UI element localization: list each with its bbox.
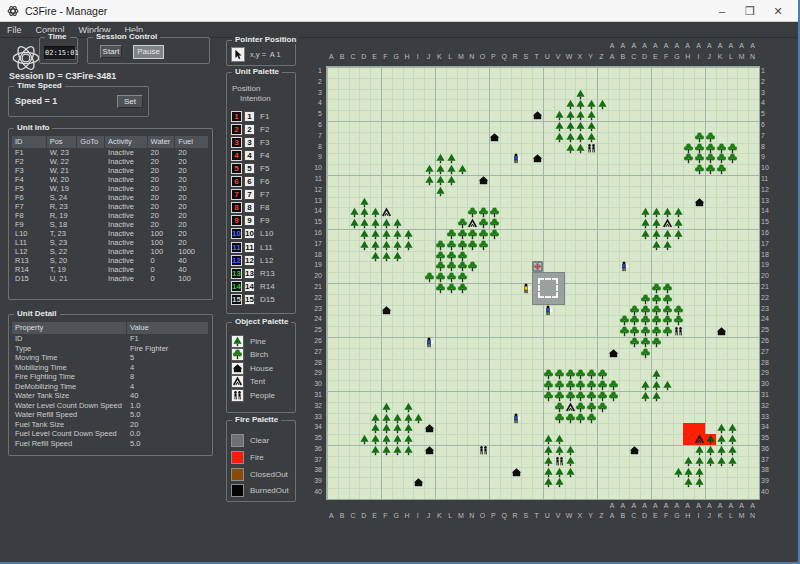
unit-position-swatch[interactable]: 7 [231,189,242,200]
table-row[interactable]: F8R, 19Inactive2020 [12,211,209,220]
table-row[interactable]: F7R, 23Inactive2020 [12,202,209,211]
birch-icon [694,153,705,164]
pine-icon [543,434,554,445]
unit-intention-swatch[interactable]: 14 [244,281,255,292]
unit-intention-swatch[interactable]: 12 [244,255,255,266]
unit-position-swatch[interactable]: 11 [231,242,242,253]
pine-icon [370,240,381,251]
set-button[interactable]: Set [117,95,143,108]
pause-button[interactable]: Pause [133,45,164,59]
unit-intention-swatch[interactable]: 1 [244,111,255,122]
table-row[interactable]: L12S, 22Inactive1001000 [12,247,209,256]
pine-icon [446,153,457,164]
unit-palette-row-f6[interactable]: 66F6 [231,176,269,188]
unit-palette-row-f3[interactable]: 33F3 [231,136,269,148]
unit-intention-swatch[interactable]: 4 [244,150,255,161]
birch-icon [457,261,468,272]
unit-position-swatch[interactable]: 5 [231,163,242,174]
table-row[interactable]: L10T, 23Inactive10020 [12,229,209,238]
object-palette-item-tent[interactable]: Tent [231,375,265,388]
unit-position-swatch[interactable]: 13 [231,268,242,279]
table-row[interactable]: F4W, 20Inactive2020 [12,175,209,184]
menu-item-file[interactable]: File [0,25,29,35]
unit-palette-row-r13[interactable]: 1313R13 [231,267,275,279]
unit-position-swatch[interactable]: 12 [231,255,242,266]
unit-intention-swatch[interactable]: 5 [244,163,255,174]
table-row[interactable]: F9S, 18Inactive2020 [12,220,209,229]
unit-palette-row-l11[interactable]: 1111L11 [231,241,273,253]
table-row[interactable]: F5W, 19Inactive2020 [12,184,209,193]
object-palette-item-birch[interactable]: Birch [231,348,268,361]
unit-palette-row-d15[interactable]: 1515D15 [231,293,275,305]
fire-palette-item-clear[interactable]: Clear [231,434,269,447]
birch-icon [705,153,716,164]
unit-palette-row-f1[interactable]: 11F1 [231,110,269,122]
unit-palette-row-f4[interactable]: 44F4 [231,149,269,161]
table-row[interactable]: F2W, 22Inactive2020 [12,157,209,166]
start-button[interactable]: Start [100,45,122,58]
table-row[interactable]: L11S, 23Inactive10020 [12,238,209,247]
fire-palette-item-closedout[interactable]: ClosedOut [231,468,288,481]
birch-icon [597,402,608,413]
table-row[interactable]: F3W, 21Inactive2020 [12,166,209,175]
table-row[interactable]: F6S, 24Inactive2020 [12,193,209,202]
unit-intention-swatch[interactable]: 8 [244,202,255,213]
cell: F8 [12,211,47,220]
unit-position-swatch[interactable]: 15 [231,294,242,305]
unit-intention-swatch[interactable]: 2 [244,124,255,135]
unit-palette-row-f9[interactable]: 99F9 [231,215,269,227]
object-palette-item-house[interactable]: House [231,362,273,375]
unit-position-swatch[interactable]: 1 [231,111,242,122]
close-button[interactable]: ✕ [764,0,792,22]
fire-palette-item-burnedout[interactable]: BurnedOut [231,484,289,497]
unit-palette-row-f7[interactable]: 77F7 [231,189,269,201]
pine-icon [651,207,662,218]
pine-icon [565,110,576,121]
unit-palette-row-r14[interactable]: 1414R14 [231,280,275,292]
unit-intention-swatch[interactable]: 10 [244,228,255,239]
unit-palette-row-l12[interactable]: 1212L12 [231,254,273,266]
object-palette-item-people[interactable]: People [231,389,275,402]
unit-intention-swatch[interactable]: 6 [244,176,255,187]
table-row: Water Tank Size40 [12,391,209,401]
cursor-icon [231,47,245,62]
unit-palette-row-f5[interactable]: 55F5 [231,162,269,174]
table-row[interactable]: R14T, 19Inactive040 [12,265,209,274]
unit-palette-row-f2[interactable]: 22F2 [231,123,269,135]
time-display: 02:15:01 [44,46,76,60]
pine-icon [565,99,576,110]
time-speed-group: Time Speed Speed = 1 Set [8,86,149,117]
birch-icon [597,369,608,380]
unit-intention-swatch[interactable]: 7 [244,189,255,200]
unit-position-swatch[interactable]: 10 [231,228,242,239]
unit-position-swatch[interactable]: 2 [231,124,242,135]
birch-icon [446,261,457,272]
unit-palette-row-l10[interactable]: 1010L10 [231,228,273,240]
unit-intention-swatch[interactable]: 13 [244,268,255,279]
object-palette-item-pine[interactable]: Pine [231,335,266,348]
birch-icon [575,402,586,413]
unit-position-swatch[interactable]: 8 [231,202,242,213]
pine-icon [403,229,414,240]
unit-intention-swatch[interactable]: 3 [244,137,255,148]
unit-intention-swatch[interactable]: 11 [244,242,255,253]
minimize-button[interactable]: – [708,0,736,22]
house-icon [532,153,543,164]
table-row[interactable]: F1W, 23Inactive2020 [12,148,209,157]
cell: W, 20 [47,175,78,184]
table-row[interactable]: D15U, 21Inactive0100 [12,274,209,283]
unit-intention-swatch[interactable]: 9 [244,215,255,226]
table-row[interactable]: R13S, 20Inactive040 [12,256,209,265]
maximize-button[interactable]: ❒ [736,0,764,22]
pine-icon [359,197,370,208]
map-canvas[interactable] [326,66,760,500]
unit-position-swatch[interactable]: 14 [231,281,242,292]
unit-position-swatch[interactable]: 4 [231,150,242,161]
unit-palette-row-f8[interactable]: 88F8 [231,202,269,214]
unit-intention-swatch[interactable]: 15 [244,294,255,305]
unit-position-swatch[interactable]: 9 [231,215,242,226]
unit-position-swatch[interactable]: 6 [231,176,242,187]
fire-palette-item-fire[interactable]: Fire [231,451,264,464]
column-header-activity: Activity [105,136,148,148]
unit-position-swatch[interactable]: 3 [231,137,242,148]
